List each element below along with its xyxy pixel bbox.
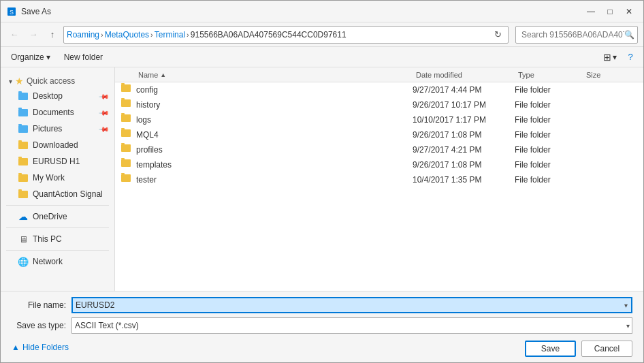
folder-icon: [121, 144, 132, 155]
table-row[interactable]: logs 10/10/2017 1:17 PM File folder: [115, 112, 643, 127]
file-name: MQL4: [136, 130, 413, 140]
table-row[interactable]: profiles 9/27/2017 4:21 PM File folder: [115, 142, 643, 157]
minimize-button[interactable]: —: [582, 4, 600, 19]
maximize-button[interactable]: □: [601, 4, 619, 19]
file-type: File folder: [515, 85, 583, 95]
sidebar-item-mywork[interactable]: My Work: [1, 170, 114, 186]
file-date: 10/4/2017 1:35 PM: [413, 175, 515, 185]
dialog-icon: S: [6, 6, 17, 17]
svg-text:S: S: [10, 9, 14, 16]
new-folder-button[interactable]: New folder: [58, 50, 109, 64]
sidebar-divider-1: [6, 205, 109, 206]
table-row[interactable]: MQL4 9/26/2017 1:08 PM File folder: [115, 127, 643, 142]
desktop-label: Desktop: [33, 91, 96, 101]
quick-access-chevron: ▾: [9, 78, 12, 85]
save-as-dialog: S Save As — □ ✕ ← → ↑ Roaming › MetaQuot…: [0, 0, 644, 363]
file-list: Name ▲ Date modified Type Size: [115, 67, 643, 291]
bottom-section: File name: ▾ Save as type: ASCII Text (*…: [1, 291, 643, 362]
sidebar-item-thispc[interactable]: 🖥 This PC: [1, 231, 114, 247]
filename-label: File name:: [12, 300, 66, 310]
up-button[interactable]: ↑: [44, 27, 61, 43]
file-date: 9/27/2017 4:44 PM: [413, 85, 515, 95]
filename-input[interactable]: [71, 297, 632, 313]
filetype-row: Save as type: ASCII Text (*.csv) ▾: [12, 317, 632, 334]
sidebar-item-pictures[interactable]: Pictures 📌: [1, 121, 114, 137]
quick-access-header[interactable]: ▾ ★ Quick access: [1, 73, 114, 88]
help-button[interactable]: ?: [623, 50, 638, 65]
file-type: File folder: [515, 130, 583, 140]
sidebar-item-documents[interactable]: Documents 📌: [1, 104, 114, 121]
back-button[interactable]: ←: [6, 27, 22, 43]
table-row[interactable]: history 9/26/2017 10:17 PM File folder: [115, 97, 643, 112]
folder-icon: [121, 174, 132, 185]
organize-button[interactable]: Organize ▾: [6, 50, 55, 64]
documents-label: Documents: [33, 108, 96, 117]
filename-input-wrapper: ▾: [71, 297, 632, 313]
col-header-date[interactable]: Date modified: [413, 71, 515, 79]
file-name: history: [136, 100, 413, 110]
breadcrumb-metaquotes[interactable]: MetaQuotes: [105, 30, 149, 40]
dialog-title: Save As: [21, 7, 51, 16]
file-type: File folder: [515, 100, 583, 110]
view-icon: ⊞: [603, 52, 611, 63]
close-button[interactable]: ✕: [620, 4, 638, 19]
table-row[interactable]: tester 10/4/2017 1:35 PM File folder: [115, 172, 643, 187]
col-header-name[interactable]: Name ▲: [135, 71, 413, 79]
sidebar-item-downloaded[interactable]: Downloaded: [1, 137, 114, 153]
eurusd-folder-icon: [18, 156, 29, 167]
breadcrumb-terminal[interactable]: Terminal: [155, 30, 185, 40]
folder-icon: [121, 84, 132, 95]
sidebar-item-desktop[interactable]: Desktop 📌: [1, 88, 114, 104]
sidebar-item-network[interactable]: 🌐 Network: [1, 253, 114, 270]
filetype-label: Save as type:: [12, 321, 66, 330]
save-button[interactable]: Save: [525, 341, 576, 357]
mywork-folder-icon: [18, 172, 29, 183]
file-name: templates: [136, 160, 413, 170]
pin-icon-documents: 📌: [99, 107, 110, 118]
filename-dropdown-button[interactable]: ▾: [619, 297, 632, 313]
file-name: config: [136, 85, 413, 95]
filetype-select[interactable]: ASCII Text (*.csv): [71, 317, 632, 334]
sub-toolbar: Organize ▾ New folder ⊞ ▾ ?: [1, 47, 643, 67]
filename-row: File name: ▾: [12, 297, 632, 313]
search-box[interactable]: 🔍: [515, 26, 638, 44]
breadcrumb-current: 915566BA06ADA407569C544CC0D97611: [191, 30, 347, 40]
organize-arrow: ▾: [46, 52, 50, 62]
sidebar-divider-2: [6, 227, 109, 228]
sidebar-item-eurusd[interactable]: EURUSD H1: [1, 153, 114, 170]
col-header-size[interactable]: Size: [583, 71, 638, 79]
quick-access-icon: ★: [15, 76, 24, 86]
sidebar-item-quantaction[interactable]: QuantAction Signal: [1, 186, 114, 202]
mywork-label: My Work: [33, 173, 108, 183]
file-date: 9/26/2017 1:08 PM: [413, 160, 515, 170]
refresh-button[interactable]: ↻: [490, 27, 505, 42]
col-header-type[interactable]: Type: [515, 71, 583, 79]
table-row[interactable]: templates 9/26/2017 1:08 PM File folder: [115, 157, 643, 172]
sidebar-divider-3: [6, 250, 109, 251]
filetype-select-wrapper: ASCII Text (*.csv) ▾: [71, 317, 632, 334]
folder-icon: [121, 129, 132, 140]
network-icon: 🌐: [18, 256, 29, 267]
breadcrumb-roaming[interactable]: Roaming: [67, 30, 99, 40]
address-bar[interactable]: Roaming › MetaQuotes › Terminal › 915566…: [63, 26, 509, 44]
sidebar-item-onedrive[interactable]: ☁ OneDrive: [1, 208, 114, 225]
organize-label: Organize: [11, 52, 44, 62]
table-row[interactable]: config 9/27/2017 4:44 PM File folder: [115, 82, 643, 97]
view-button[interactable]: ⊞ ▾: [600, 50, 620, 65]
view-arrow: ▾: [613, 52, 617, 62]
main-content: ▾ ★ Quick access Desktop 📌: [1, 67, 643, 291]
hide-folders-toggle[interactable]: ▲ Hide Folders: [12, 340, 69, 355]
sort-arrow: ▲: [160, 72, 166, 78]
network-label: Network: [33, 257, 108, 266]
quick-access-label: Quick access: [27, 76, 75, 86]
eurusd-label: EURUSD H1: [33, 157, 108, 166]
search-input[interactable]: [521, 30, 624, 40]
cancel-button[interactable]: Cancel: [581, 341, 632, 357]
forward-button[interactable]: →: [25, 27, 42, 43]
pictures-label: Pictures: [33, 124, 96, 133]
file-type: File folder: [515, 175, 583, 185]
desktop-folder-icon: [18, 91, 29, 101]
pc-icon: 🖥: [18, 234, 29, 244]
file-type: File folder: [515, 115, 583, 125]
quantaction-label: QuantAction Signal: [33, 189, 108, 199]
